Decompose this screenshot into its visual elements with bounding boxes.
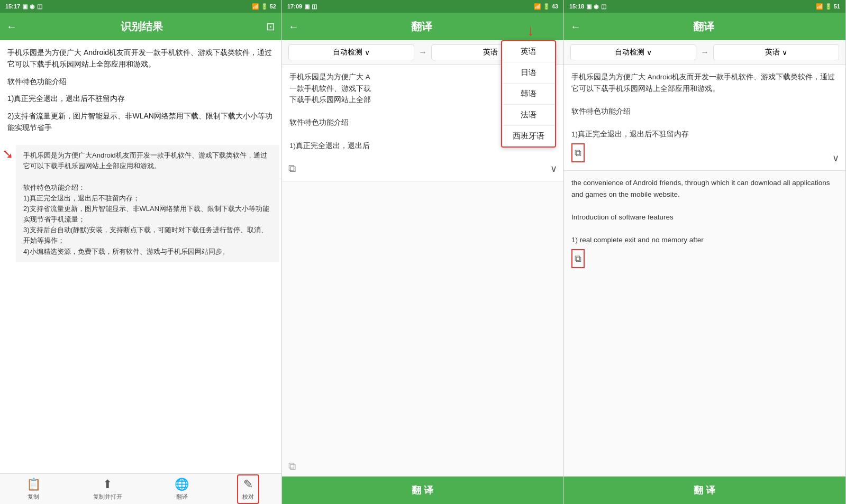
top-bar-1: ← 识别结果 ⊡ bbox=[0, 13, 281, 40]
translate-button-toolbar[interactable]: 🌐 翻译 bbox=[170, 475, 193, 503]
page-title-1: 识别结果 bbox=[22, 20, 261, 34]
status-time-1: 15:17 ▣ ◉ ◫ bbox=[5, 3, 42, 10]
dropdown-item-spanish[interactable]: 西班牙语 bbox=[502, 126, 555, 146]
page-title-3: 翻译 bbox=[586, 20, 821, 34]
red-arrow-dropdown: ↓ bbox=[527, 22, 534, 39]
expand-icon-3[interactable]: ∨ bbox=[832, 151, 839, 166]
share-icon: ⬆ bbox=[103, 478, 112, 491]
panel-translate-result: 15:18 ▣ ◉ ◫ 📶 🔋 51 ← 翻译 自动检测 ∨ → 英语 ∨ 手机 bbox=[564, 0, 846, 504]
lang-direction-arrow-2: → bbox=[419, 48, 427, 57]
dropdown-item-english[interactable]: 英语 bbox=[502, 41, 555, 62]
dropdown-item-japanese[interactable]: 日语 bbox=[502, 62, 555, 84]
copy-icon-source-2[interactable]: ⧉ bbox=[288, 160, 296, 177]
chevron-down-icon-src2: ∨ bbox=[365, 48, 370, 57]
source-lang-btn-3[interactable]: 自动检测 ∨ bbox=[570, 44, 696, 60]
proofread-button[interactable]: ✎ 校对 bbox=[237, 474, 259, 504]
panel-translate-dropdown: 17:09 ▣ ◫ 📶 🔋 43 ← 翻译 自动检测 ∨ → 英语 ∨ 手机乐园… bbox=[282, 0, 564, 504]
result-text-box-3: the convenience of Android friends, thro… bbox=[564, 171, 845, 476]
lang-dropdown-2: 英语 日语 韩语 法语 西班牙语 bbox=[501, 40, 556, 148]
dropdown-item-korean[interactable]: 韩语 bbox=[502, 84, 555, 105]
copy-icon: 📋 bbox=[26, 478, 41, 491]
translate-icon: 🌐 bbox=[175, 478, 189, 491]
lang-direction-arrow-3: → bbox=[701, 48, 709, 57]
copy-icon-result-3[interactable]: ⧉ bbox=[571, 249, 585, 269]
status-bar-2: 17:09 ▣ ◫ 📶 🔋 43 bbox=[282, 0, 563, 13]
back-button-3[interactable]: ← bbox=[570, 21, 581, 33]
expand-icon-2[interactable]: ∨ bbox=[550, 161, 557, 177]
source-text-box-3: 手机乐园是为方便广大 Android机友而开发一款手机软件、游戏下载类软件，通过… bbox=[564, 65, 845, 171]
top-bar-3: ← 翻译 bbox=[564, 13, 845, 40]
translate-btn-3[interactable]: 翻 译 bbox=[564, 476, 845, 504]
translate-area-3: 手机乐园是为方便广大 Android机友而开发一款手机软件、游戏下载类软件，通过… bbox=[564, 65, 845, 476]
copy-result-icon-2[interactable]: ⧉ bbox=[288, 460, 296, 472]
red-arrow-1: ➘ bbox=[2, 146, 14, 162]
result-placeholder-2: ⧉ bbox=[282, 181, 563, 476]
secondary-text-1: 手机乐园是为方便广大Android机友而开发一款手机软件、游戏下载类软件，通过它… bbox=[16, 145, 279, 262]
target-lang-btn-3[interactable]: 英语 ∨ bbox=[713, 44, 839, 60]
source-lang-btn-2[interactable]: 自动检测 ∨ bbox=[288, 44, 414, 60]
chevron-down-icon-src3: ∨ bbox=[647, 48, 652, 57]
copy-open-button[interactable]: ⬆ 复制并打开 bbox=[89, 475, 126, 503]
bottom-toolbar-1: 📋 复制 ⬆ 复制并打开 🌐 翻译 ✎ 校对 bbox=[0, 473, 281, 504]
panel-recognition: 15:17 ▣ ◉ ◫ 📶 🔋 52 ← 识别结果 ⊡ 手机乐园是为方便广大 A… bbox=[0, 0, 282, 504]
scan-icon-1[interactable]: ⊡ bbox=[266, 20, 275, 33]
page-title-2: 翻译 bbox=[304, 20, 539, 34]
back-button-1[interactable]: ← bbox=[6, 21, 17, 33]
main-text-1: 手机乐园是为方便广大 Android机友而开发一款手机软件、游戏下载类软件，通过… bbox=[0, 40, 281, 145]
proofread-icon: ✎ bbox=[243, 478, 253, 491]
back-button-2[interactable]: ← bbox=[288, 21, 299, 33]
translate-btn-2[interactable]: 翻 译 bbox=[282, 476, 563, 504]
copy-icon-source-3[interactable]: ⧉ bbox=[571, 143, 585, 163]
dropdown-item-french[interactable]: 法语 bbox=[502, 105, 555, 126]
copy-button[interactable]: 📋 复制 bbox=[22, 475, 45, 503]
chevron-down-icon-tgt3: ∨ bbox=[782, 48, 787, 57]
content-area-1: 手机乐园是为方便广大 Android机友而开发一款手机软件、游戏下载类软件，通过… bbox=[0, 40, 281, 473]
top-bar-2: ← 翻译 bbox=[282, 13, 563, 40]
lang-selector-3: 自动检测 ∨ → 英语 ∨ bbox=[564, 40, 845, 65]
status-bar-1: 15:17 ▣ ◉ ◫ 📶 🔋 52 bbox=[0, 0, 281, 13]
status-bar-3: 15:18 ▣ ◉ ◫ 📶 🔋 51 bbox=[564, 0, 845, 13]
